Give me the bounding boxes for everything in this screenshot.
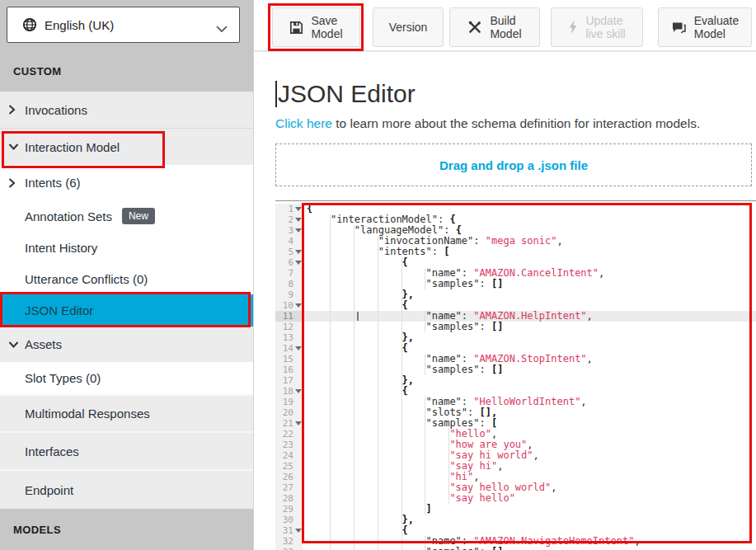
sidebar-item-assets[interactable]: Assets: [0, 327, 253, 362]
gutter-cell: 29: [275, 504, 303, 515]
fold-arrow-icon[interactable]: [295, 228, 302, 233]
fold-arrow-icon[interactable]: [295, 303, 302, 308]
fold-arrow-icon[interactable]: [295, 529, 302, 533]
new-badge: New: [122, 208, 155, 224]
json-code-editor[interactable]: 1{2 "interactionModel": {3 "languageMode…: [275, 200, 756, 550]
sidebar-item-label: Intents (6): [25, 176, 81, 190]
fold-arrow-icon[interactable]: [295, 261, 302, 265]
gutter-cell: 30: [275, 515, 303, 525]
code-line-33[interactable]: 33 "samples": []: [275, 547, 756, 550]
gutter-cell: 9: [275, 289, 303, 300]
line-number: 20: [275, 407, 293, 418]
fold-arrow-icon[interactable]: [295, 250, 302, 254]
sidebar-item-invocations[interactable]: Invocations: [0, 92, 253, 128]
line-number: 1: [275, 204, 293, 214]
learn-more-link[interactable]: Click here: [275, 116, 332, 130]
gutter-cell: 31: [275, 525, 303, 536]
gutter-cell: 16: [275, 364, 303, 375]
version-button[interactable]: Version: [373, 7, 444, 47]
save-model-button[interactable]: SaveModel: [272, 7, 360, 47]
custom-section-header: CUSTOM: [13, 65, 62, 78]
sidebar-item-interfaces[interactable]: Interfaces: [0, 431, 253, 469]
button-label: Version: [389, 21, 428, 34]
line-number: 18: [275, 386, 293, 397]
models-section-header: MODELS: [13, 524, 61, 536]
fold-arrow-icon[interactable]: [295, 346, 302, 350]
fold-arrow-icon[interactable]: [295, 421, 302, 425]
button-label: EvaluateModel: [694, 14, 739, 40]
sidebar-item-interaction-model[interactable]: Interaction Model: [0, 128, 253, 165]
gutter-cell: 5: [275, 247, 303, 257]
fold-arrow-icon[interactable]: [295, 389, 302, 393]
build-icon: [467, 20, 482, 35]
sidebar-item-intent-history[interactable]: Intent History: [0, 232, 253, 263]
evaluate-model-button[interactable]: EvaluateModel: [658, 7, 752, 47]
gutter-cell: 23: [275, 440, 303, 450]
line-number: 29: [275, 504, 293, 515]
gutter-cell: 18: [275, 386, 303, 397]
sidebar-item-json-editor[interactable]: JSON Editor: [0, 294, 253, 327]
fold-arrow-icon[interactable]: [295, 218, 302, 222]
app-window: English (UK) CUSTOM InvocationsInteracti…: [0, 0, 756, 550]
sidebar-item-endpoint[interactable]: Endpoint: [0, 469, 253, 509]
sidebar-item-utterance-conflicts-0[interactable]: Utterance Conflicts (0): [0, 263, 253, 294]
line-number: 3: [275, 225, 293, 236]
chevron-right-icon: [8, 105, 16, 115]
sidebar-item-label: Endpoint: [25, 483, 73, 497]
gutter-cell: 24: [275, 450, 303, 461]
line-number: 32: [275, 536, 293, 547]
language-selector[interactable]: English (UK): [7, 7, 240, 43]
sidebar-item-annotation-sets[interactable]: Annotation SetsNew: [0, 200, 253, 232]
gutter-cell: 33: [275, 547, 303, 550]
line-number: 19: [275, 397, 293, 407]
line-number: 14: [275, 343, 293, 354]
line-number: 23: [275, 440, 293, 450]
sidebar-item-label: Invocations: [25, 103, 87, 117]
gutter-cell: 6: [275, 257, 303, 268]
fold-arrow-icon[interactable]: [295, 207, 302, 211]
gutter-cell: 12: [275, 322, 303, 332]
line-number: 12: [275, 322, 293, 332]
button-label: Updatelive skill: [585, 14, 625, 40]
chevron-down-icon: [216, 21, 228, 36]
sidebar-item-label: Interaction Model: [25, 140, 120, 154]
gutter-cell: 26: [275, 472, 303, 482]
dropzone-label: Drag and drop a .json file: [439, 158, 588, 172]
chevron-down-icon: [8, 143, 19, 151]
build-model-button[interactable]: BuildModel: [449, 7, 540, 47]
sidebar-item-label: Annotation Sets: [25, 209, 112, 223]
gutter-cell: 8: [275, 279, 303, 289]
line-number: 4: [275, 236, 293, 247]
gutter-cell: 19: [275, 397, 303, 407]
sidebar-item-label: Utterance Conflicts (0): [25, 272, 148, 286]
line-number: 30: [275, 515, 293, 525]
gutter-cell: 20: [275, 407, 303, 418]
gutter-cell: 2: [275, 214, 303, 225]
gutter-cell: 13: [275, 332, 303, 343]
line-number: 6: [275, 257, 293, 268]
gutter-cell: 32: [275, 536, 303, 547]
editor-cursor: [357, 312, 359, 321]
gutter-cell: 1: [275, 204, 303, 214]
line-number: 17: [275, 375, 293, 386]
sidebar-item-label: Intent History: [25, 241, 97, 255]
save-icon: [289, 21, 303, 35]
line-number: 13: [275, 332, 293, 343]
button-label: SaveModel: [311, 14, 342, 40]
line-number: 33: [275, 547, 293, 550]
sidebar-item-multimodal-responses[interactable]: Multimodal Responses: [0, 394, 253, 431]
gutter-cell: 21: [275, 418, 303, 429]
sidebar-item-label: Slot Types (0): [25, 371, 101, 385]
chevron-right-icon: [8, 177, 16, 188]
json-dropzone[interactable]: Drag and drop a .json file: [275, 143, 752, 186]
code-text: "samples": []: [303, 547, 756, 550]
page-title: JSON Editor: [275, 80, 416, 108]
gutter-cell: 27: [275, 482, 303, 493]
line-number: 26: [275, 472, 293, 482]
sidebar-item-intents-6[interactable]: Intents (6): [0, 165, 253, 200]
line-number: 27: [275, 482, 293, 493]
update-live-skill-button: Updatelive skill: [551, 7, 643, 47]
sidebar-item-slot-types-0[interactable]: Slot Types (0): [0, 362, 253, 394]
gutter-cell: 14: [275, 343, 303, 354]
line-number: 16: [275, 364, 293, 375]
